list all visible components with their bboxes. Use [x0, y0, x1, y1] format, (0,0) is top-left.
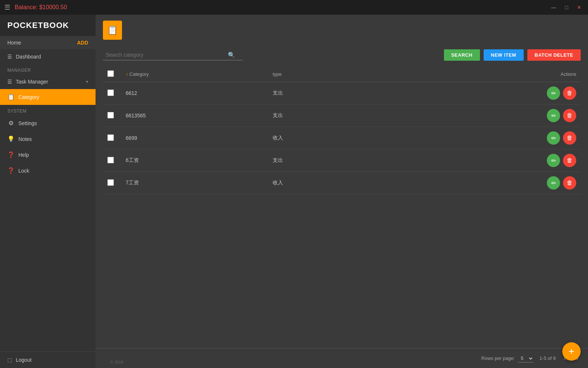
title-bar-controls: — □ ✕: [549, 4, 584, 11]
select-all-checkbox[interactable]: [107, 70, 114, 77]
help-icon: ❓: [7, 151, 15, 158]
edit-button[interactable]: ✏: [547, 131, 560, 145]
dashboard-label: Dashboard: [16, 54, 41, 60]
main-layout: POCKETBOOK Home ADD ☰ Dashboard Manager …: [0, 15, 588, 368]
row-checkbox[interactable]: [107, 179, 114, 186]
delete-button[interactable]: 🗑: [563, 86, 576, 100]
minimize-button[interactable]: —: [549, 4, 559, 11]
category-label: Category: [18, 94, 39, 100]
row-category: 6699: [121, 127, 268, 149]
row-check-cell: [103, 149, 121, 172]
row-checkbox[interactable]: [107, 89, 114, 96]
home-label[interactable]: Home: [7, 40, 21, 46]
table-row: 6613565 支出 ✏ 🗑: [103, 105, 581, 127]
hamburger-icon[interactable]: ☰: [4, 3, 10, 11]
row-check-cell: [103, 105, 121, 127]
table-header-row: ↑ Category type Actions: [103, 67, 581, 82]
app-logo: POCKETBOOK: [0, 15, 96, 36]
row-actions: ✏ 🗑: [379, 82, 581, 105]
row-checkbox[interactable]: [107, 134, 114, 141]
delete-button[interactable]: 🗑: [563, 131, 576, 145]
sort-asc-icon: ↑: [126, 71, 128, 77]
maximize-button[interactable]: □: [563, 4, 570, 11]
category-icon-sidebar: 📋: [7, 93, 15, 100]
table-row: 6工资 支出 ✏ 🗑: [103, 149, 581, 172]
row-actions: ✏ 🗑: [379, 149, 581, 172]
delete-button[interactable]: 🗑: [563, 109, 576, 122]
edit-button[interactable]: ✏: [547, 154, 560, 167]
help-label: Help: [18, 152, 29, 158]
sidebar-item-settings[interactable]: ⚙ Settings: [0, 115, 96, 131]
search-icon-button[interactable]: 🔍: [228, 52, 235, 59]
pagination-bar: Rows per page: 5 10 25 1-5 of 9 ‹ ›: [96, 348, 588, 368]
category-clipboard-icon: 📋: [107, 25, 118, 35]
edit-button[interactable]: ✏: [547, 109, 560, 122]
search-box: 🔍: [103, 50, 243, 60]
category-page-icon: 📋: [103, 21, 122, 40]
task-manager-label: Task Manager: [16, 79, 48, 85]
sidebar-item-help[interactable]: ❓ Help: [0, 147, 96, 163]
row-type: 支出: [268, 105, 379, 127]
lock-icon: ❓: [7, 167, 15, 174]
logout-icon: ⬚: [7, 357, 12, 363]
row-actions: ✏ 🗑: [379, 105, 581, 127]
header-check: [103, 67, 121, 82]
sidebar-item-category[interactable]: 📋 Category: [0, 89, 96, 105]
rows-per-page-label: Rows per page:: [481, 355, 515, 361]
row-type: 支出: [268, 82, 379, 105]
toolbar-actions: SEARCH NEW ITEM BATCH DELETE: [444, 49, 581, 61]
row-category: 6工资: [121, 149, 268, 172]
close-button[interactable]: ✕: [575, 4, 584, 11]
title-bar: ☰ Balance: $10000.50 — □ ✕: [0, 0, 588, 15]
header-actions: Actions: [379, 67, 581, 82]
header-category[interactable]: ↑ Category: [121, 67, 268, 82]
settings-label: Settings: [18, 120, 37, 126]
delete-button[interactable]: 🗑: [563, 176, 576, 190]
delete-button[interactable]: 🗑: [563, 154, 576, 167]
row-check-cell: [103, 127, 121, 149]
batch-delete-button[interactable]: BATCH DELETE: [527, 49, 581, 61]
table-container: ↑ Category type Actions 6612 支出 ✏ 🗑: [96, 67, 588, 348]
rows-per-page-select[interactable]: 5 10 25: [518, 354, 534, 362]
row-type: 收入: [268, 172, 379, 194]
sidebar: POCKETBOOK Home ADD ☰ Dashboard Manager …: [0, 15, 96, 368]
sidebar-home-row: Home ADD: [0, 36, 96, 49]
row-category: 7工资: [121, 172, 268, 194]
table-row: 6699 收入 ✏ 🗑: [103, 127, 581, 149]
task-manager-icon: ☰: [7, 79, 12, 85]
row-type: 收入: [268, 127, 379, 149]
notes-icon: 💡: [7, 135, 15, 142]
header-type: type: [268, 67, 379, 82]
sidebar-item-notes[interactable]: 💡 Notes: [0, 131, 96, 147]
manager-section-label: Manager: [0, 64, 96, 74]
notes-label: Notes: [18, 136, 32, 142]
sidebar-item-task-manager[interactable]: ☰ Task Manager ▾: [0, 74, 96, 89]
logout-label: Logout: [16, 357, 32, 363]
row-check-cell: [103, 82, 121, 105]
row-checkbox[interactable]: [107, 157, 114, 163]
content-area: 📋 🔍 SEARCH NEW ITEM BATCH DELETE: [96, 15, 588, 368]
new-item-button[interactable]: NEW ITEM: [484, 49, 524, 61]
rows-per-page-control: Rows per page: 5 10 25: [481, 354, 534, 362]
search-button[interactable]: SEARCH: [444, 49, 480, 61]
page-info: 1-5 of 9: [539, 355, 556, 361]
row-category: 6612: [121, 82, 268, 105]
add-button[interactable]: ADD: [77, 40, 88, 46]
edit-button[interactable]: ✏: [547, 86, 560, 100]
logout-button[interactable]: ⬚ Logout: [0, 351, 96, 368]
row-actions: ✏ 🗑: [379, 127, 581, 149]
search-input[interactable]: [103, 50, 228, 60]
fab-add-button[interactable]: +: [562, 342, 581, 361]
edit-button[interactable]: ✏: [547, 176, 560, 190]
row-checkbox[interactable]: [107, 112, 114, 118]
row-actions: ✏ 🗑: [379, 172, 581, 194]
sidebar-item-lock[interactable]: ❓ Lock: [0, 163, 96, 178]
row-category: 6613565: [121, 105, 268, 127]
data-table: ↑ Category type Actions 6612 支出 ✏ 🗑: [103, 67, 581, 194]
category-icon-bar: 📋: [96, 15, 588, 46]
row-type: 支出: [268, 149, 379, 172]
sidebar-item-dashboard[interactable]: ☰ Dashboard: [0, 49, 96, 64]
list-icon: ☰: [7, 54, 12, 60]
chevron-down-icon: ▾: [86, 79, 88, 84]
table-body: 6612 支出 ✏ 🗑 6613565 支出 ✏ 🗑: [103, 82, 581, 194]
